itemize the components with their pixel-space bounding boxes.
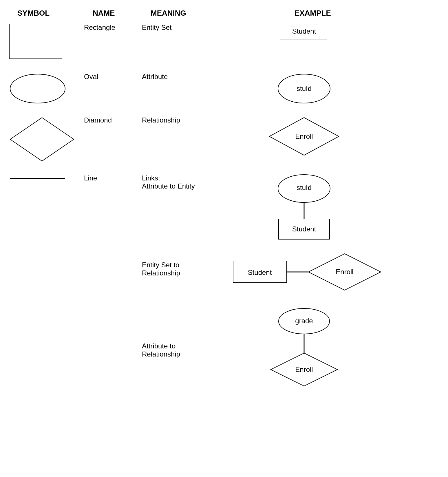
header-example: EXAMPLE	[240, 9, 385, 18]
meaning-attr-rel: Attribute to Relationship	[142, 307, 232, 358]
example-entity-to-rel: Student Enroll	[232, 252, 382, 296]
svg-marker-4	[10, 118, 74, 161]
meaning-line: Links: Attribute to Entity	[142, 174, 232, 190]
example-diamond-label: Enroll	[295, 132, 313, 140]
name-rectangle: Rectangle	[84, 23, 142, 32]
rectangle-shape-icon	[9, 23, 64, 61]
meaning-entity-rel: Entity Set to Relationship	[142, 252, 232, 277]
example-oval-label: stuId	[297, 85, 312, 92]
example-ar-top: grade	[295, 317, 313, 325]
line-shape-icon	[9, 174, 67, 183]
name-line: Line	[84, 174, 142, 182]
row-entity-to-rel: Entity Set to Relationship Student Enrol…	[9, 252, 439, 296]
oval-shape-icon	[9, 73, 67, 105]
diamond-shape-icon	[9, 116, 75, 162]
row-rectangle: Rectangle Entity Set Student	[9, 23, 439, 61]
row-attr-to-rel: Attribute to Relationship grade Enroll	[9, 307, 439, 388]
example-attr-to-entity: stuId Student	[272, 174, 336, 241]
svg-rect-0	[9, 24, 62, 59]
example-er-left: Student	[248, 268, 272, 276]
example-ar-bottom: Enroll	[295, 365, 313, 373]
example-stuid-oval: stuId	[275, 73, 333, 105]
meaning-rectangle: Entity Set	[142, 23, 232, 32]
meaning-diamond: Relationship	[142, 116, 232, 124]
meaning-oval: Attribute	[142, 73, 232, 81]
example-enroll-diamond: Enroll	[268, 116, 340, 157]
name-oval: Oval	[84, 73, 142, 81]
example-er-right: Enroll	[336, 268, 353, 276]
header-meaning: MEANING	[151, 9, 240, 18]
example-attr-to-rel: grade Enroll	[266, 307, 342, 388]
header-name: NAME	[93, 9, 151, 18]
svg-point-2	[10, 74, 65, 103]
table-header: SYMBOL NAME MEANING EXAMPLE	[9, 9, 439, 18]
header-symbol: SYMBOL	[9, 9, 93, 18]
row-line: Line Links: Attribute to Entity stuId St…	[9, 174, 439, 241]
name-diamond: Diamond	[84, 116, 142, 124]
example-rect-label: Student	[292, 27, 316, 35]
example-line-top: stuId	[297, 184, 312, 191]
example-line-bottom: Student	[292, 225, 316, 233]
example-student-rect: Student	[279, 23, 329, 41]
row-oval: Oval Attribute stuId	[9, 73, 439, 105]
row-diamond: Diamond Relationship Enroll	[9, 116, 439, 162]
